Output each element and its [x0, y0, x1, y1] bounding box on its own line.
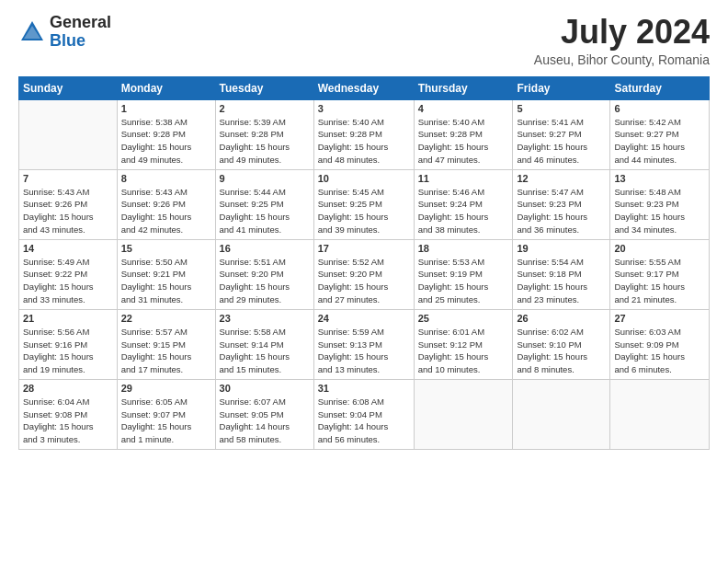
day-info: Sunrise: 5:43 AM Sunset: 9:26 PM Dayligh… — [121, 186, 211, 236]
day-number: 17 — [318, 243, 410, 254]
header-thursday: Thursday — [414, 76, 513, 99]
day-number: 1 — [121, 103, 211, 114]
day-number: 11 — [418, 173, 509, 184]
day-info: Sunrise: 6:05 AM Sunset: 9:07 PM Dayligh… — [121, 396, 211, 446]
title-block: July 2024 Auseu, Bihor County, Romania — [534, 14, 710, 67]
header-friday: Friday — [513, 76, 610, 99]
calendar-cell: 5Sunrise: 5:41 AM Sunset: 9:27 PM Daylig… — [513, 99, 610, 169]
calendar-cell: 9Sunrise: 5:44 AM Sunset: 9:25 PM Daylig… — [215, 169, 313, 239]
day-info: Sunrise: 6:07 AM Sunset: 9:05 PM Dayligh… — [220, 396, 310, 446]
day-info: Sunrise: 6:03 AM Sunset: 9:09 PM Dayligh… — [614, 326, 705, 376]
day-number: 3 — [318, 103, 410, 114]
calendar-cell: 8Sunrise: 5:43 AM Sunset: 9:26 PM Daylig… — [117, 169, 215, 239]
day-number: 14 — [23, 243, 113, 254]
day-number: 2 — [220, 103, 310, 114]
day-info: Sunrise: 6:02 AM Sunset: 9:10 PM Dayligh… — [517, 326, 606, 376]
calendar-cell: 21Sunrise: 5:56 AM Sunset: 9:16 PM Dayli… — [19, 309, 118, 379]
calendar-cell — [414, 379, 513, 449]
calendar-week-2: 7Sunrise: 5:43 AM Sunset: 9:26 PM Daylig… — [19, 169, 710, 239]
calendar-cell: 28Sunrise: 6:04 AM Sunset: 9:08 PM Dayli… — [19, 379, 118, 449]
day-number: 23 — [220, 313, 310, 324]
calendar-cell: 23Sunrise: 5:58 AM Sunset: 9:14 PM Dayli… — [215, 309, 313, 379]
calendar-week-1: 1Sunrise: 5:38 AM Sunset: 9:28 PM Daylig… — [19, 99, 710, 169]
header-monday: Monday — [117, 76, 215, 99]
day-number: 25 — [418, 313, 509, 324]
calendar-cell: 1Sunrise: 5:38 AM Sunset: 9:28 PM Daylig… — [117, 99, 215, 169]
calendar-cell — [610, 379, 710, 449]
calendar-cell: 3Sunrise: 5:40 AM Sunset: 9:28 PM Daylig… — [313, 99, 414, 169]
header-sunday: Sunday — [19, 76, 118, 99]
day-number: 19 — [517, 243, 606, 254]
day-number: 20 — [614, 243, 705, 254]
day-number: 22 — [121, 313, 211, 324]
day-number: 15 — [121, 243, 211, 254]
subtitle: Auseu, Bihor County, Romania — [534, 52, 710, 67]
calendar-cell: 18Sunrise: 5:53 AM Sunset: 9:19 PM Dayli… — [414, 239, 513, 309]
calendar-cell: 11Sunrise: 5:46 AM Sunset: 9:24 PM Dayli… — [414, 169, 513, 239]
day-info: Sunrise: 5:39 AM Sunset: 9:28 PM Dayligh… — [220, 116, 310, 167]
day-info: Sunrise: 5:51 AM Sunset: 9:20 PM Dayligh… — [220, 256, 310, 306]
logo-general: General — [50, 14, 111, 32]
day-info: Sunrise: 5:45 AM Sunset: 9:25 PM Dayligh… — [318, 186, 410, 236]
main-title: July 2024 — [534, 14, 710, 51]
calendar-cell: 30Sunrise: 6:07 AM Sunset: 9:05 PM Dayli… — [215, 379, 313, 449]
calendar-cell: 13Sunrise: 5:48 AM Sunset: 9:23 PM Dayli… — [610, 169, 710, 239]
day-number: 24 — [318, 313, 410, 324]
logo: General Blue — [18, 14, 111, 51]
calendar-cell: 27Sunrise: 6:03 AM Sunset: 9:09 PM Dayli… — [610, 309, 710, 379]
logo-blue: Blue — [50, 32, 111, 51]
calendar-cell: 19Sunrise: 5:54 AM Sunset: 9:18 PM Dayli… — [513, 239, 610, 309]
day-number: 30 — [220, 383, 310, 394]
calendar-cell: 4Sunrise: 5:40 AM Sunset: 9:28 PM Daylig… — [414, 99, 513, 169]
calendar-cell: 15Sunrise: 5:50 AM Sunset: 9:21 PM Dayli… — [117, 239, 215, 309]
day-number: 7 — [23, 173, 113, 184]
calendar-body: 1Sunrise: 5:38 AM Sunset: 9:28 PM Daylig… — [19, 99, 710, 449]
calendar-header-row: Sunday Monday Tuesday Wednesday Thursday… — [19, 76, 710, 99]
logo-text: General Blue — [50, 14, 111, 51]
day-number: 29 — [121, 383, 211, 394]
day-info: Sunrise: 5:48 AM Sunset: 9:23 PM Dayligh… — [614, 186, 705, 236]
day-number: 28 — [23, 383, 113, 394]
day-number: 6 — [614, 103, 705, 114]
calendar-cell: 24Sunrise: 5:59 AM Sunset: 9:13 PM Dayli… — [313, 309, 414, 379]
day-info: Sunrise: 5:46 AM Sunset: 9:24 PM Dayligh… — [418, 186, 509, 236]
header-saturday: Saturday — [610, 76, 710, 99]
day-info: Sunrise: 5:59 AM Sunset: 9:13 PM Dayligh… — [318, 326, 410, 376]
day-number: 4 — [418, 103, 509, 114]
day-number: 9 — [220, 173, 310, 184]
day-info: Sunrise: 5:40 AM Sunset: 9:28 PM Dayligh… — [318, 116, 410, 167]
day-number: 16 — [220, 243, 310, 254]
calendar-cell — [19, 99, 118, 169]
calendar-week-5: 28Sunrise: 6:04 AM Sunset: 9:08 PM Dayli… — [19, 379, 710, 449]
day-info: Sunrise: 5:41 AM Sunset: 9:27 PM Dayligh… — [517, 116, 606, 167]
day-info: Sunrise: 6:04 AM Sunset: 9:08 PM Dayligh… — [23, 396, 113, 446]
day-info: Sunrise: 5:49 AM Sunset: 9:22 PM Dayligh… — [23, 256, 113, 306]
day-info: Sunrise: 5:44 AM Sunset: 9:25 PM Dayligh… — [220, 186, 310, 236]
header-wednesday: Wednesday — [313, 76, 414, 99]
header: General Blue July 2024 Auseu, Bihor Coun… — [18, 14, 710, 67]
day-info: Sunrise: 5:50 AM Sunset: 9:21 PM Dayligh… — [121, 256, 211, 306]
calendar-cell: 26Sunrise: 6:02 AM Sunset: 9:10 PM Dayli… — [513, 309, 610, 379]
day-info: Sunrise: 5:40 AM Sunset: 9:28 PM Dayligh… — [418, 116, 509, 167]
day-info: Sunrise: 6:01 AM Sunset: 9:12 PM Dayligh… — [418, 326, 509, 376]
day-info: Sunrise: 5:52 AM Sunset: 9:20 PM Dayligh… — [318, 256, 410, 306]
calendar-cell: 20Sunrise: 5:55 AM Sunset: 9:17 PM Dayli… — [610, 239, 710, 309]
calendar-cell: 6Sunrise: 5:42 AM Sunset: 9:27 PM Daylig… — [610, 99, 710, 169]
day-info: Sunrise: 5:47 AM Sunset: 9:23 PM Dayligh… — [517, 186, 606, 236]
day-info: Sunrise: 5:58 AM Sunset: 9:14 PM Dayligh… — [220, 326, 310, 376]
calendar-cell: 10Sunrise: 5:45 AM Sunset: 9:25 PM Dayli… — [313, 169, 414, 239]
day-number: 8 — [121, 173, 211, 184]
day-number: 21 — [23, 313, 113, 324]
day-number: 31 — [318, 383, 410, 394]
day-info: Sunrise: 5:42 AM Sunset: 9:27 PM Dayligh… — [614, 116, 705, 167]
calendar-cell: 14Sunrise: 5:49 AM Sunset: 9:22 PM Dayli… — [19, 239, 118, 309]
day-info: Sunrise: 5:53 AM Sunset: 9:19 PM Dayligh… — [418, 256, 509, 306]
calendar-cell: 25Sunrise: 6:01 AM Sunset: 9:12 PM Dayli… — [414, 309, 513, 379]
day-info: Sunrise: 5:38 AM Sunset: 9:28 PM Dayligh… — [121, 116, 211, 167]
calendar-cell: 7Sunrise: 5:43 AM Sunset: 9:26 PM Daylig… — [19, 169, 118, 239]
day-number: 5 — [517, 103, 606, 114]
day-info: Sunrise: 5:54 AM Sunset: 9:18 PM Dayligh… — [517, 256, 606, 306]
day-number: 12 — [517, 173, 606, 184]
day-number: 27 — [614, 313, 705, 324]
day-number: 18 — [418, 243, 509, 254]
